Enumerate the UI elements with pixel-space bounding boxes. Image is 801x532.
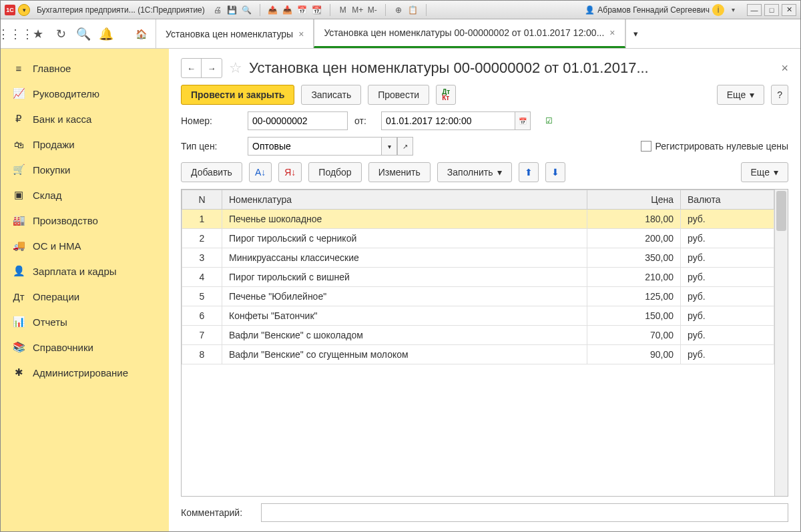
sidebar-item[interactable]: 📚Справочники: [1, 334, 169, 360]
cell-n: 5: [182, 287, 222, 306]
date-picker-icon[interactable]: 📅: [515, 111, 531, 130]
number-input[interactable]: [248, 111, 348, 130]
dropdown-icon[interactable]: ▾: [381, 137, 397, 156]
register-zero-checkbox[interactable]: Регистрировать нулевые цены: [641, 141, 788, 152]
table-more-button[interactable]: Еще ▾: [741, 162, 789, 182]
window-close[interactable]: ✕: [782, 4, 796, 16]
open-ref-icon[interactable]: ↗: [397, 137, 413, 156]
save-button[interactable]: Записать: [301, 85, 361, 105]
calc-mminus[interactable]: M-: [366, 4, 378, 16]
change-button[interactable]: Изменить: [368, 162, 431, 182]
add-row-button[interactable]: Добавить: [181, 162, 242, 182]
comment-input[interactable]: [261, 503, 788, 522]
history-icon[interactable]: ↻: [51, 25, 70, 43]
table-row[interactable]: 7Вафли "Венские" с шоколадом70,00руб.: [182, 326, 774, 345]
cell-currency: руб.: [681, 248, 774, 268]
window-maximize[interactable]: □: [764, 4, 779, 16]
info-icon[interactable]: i: [712, 4, 724, 16]
fill-button[interactable]: Заполнить ▾: [437, 162, 512, 182]
separator: [260, 4, 260, 16]
col-price[interactable]: Цена: [587, 190, 681, 210]
cell-currency: руб.: [681, 345, 774, 364]
save-icon[interactable]: 💾: [226, 4, 238, 16]
sidebar-item-label: Руководителю: [33, 88, 99, 99]
table-row[interactable]: 5Печенье "Юбилейное"125,00руб.: [182, 287, 774, 306]
col-n[interactable]: N: [182, 190, 222, 210]
post-button[interactable]: Провести: [368, 85, 429, 105]
table-row[interactable]: 4Пирог тирольский с вишней210,00руб.: [182, 268, 774, 287]
top-toolbar: ⋮⋮⋮ ★ ↻ 🔍 🔔 🏠 Установка цен номенклатуры…: [1, 19, 800, 49]
calc-mplus[interactable]: M+: [352, 4, 364, 16]
date-input[interactable]: [381, 111, 515, 130]
table-row[interactable]: 1Печенье шоколадное180,00руб.: [182, 210, 774, 229]
favorite-star-icon[interactable]: ☆: [229, 59, 242, 77]
table-scrollbar[interactable]: [774, 190, 788, 496]
sidebar-item-icon: 📊: [13, 316, 25, 328]
tab-label: Установка цен номенклатуры: [166, 29, 293, 39]
tab-home[interactable]: 🏠: [126, 19, 156, 48]
nav-forward-button[interactable]: →: [202, 59, 222, 77]
cell-n: 7: [182, 326, 222, 345]
tabs-dropdown[interactable]: ▾: [625, 19, 645, 48]
dtkt-button[interactable]: ДтКт: [436, 85, 456, 105]
more-button[interactable]: Еще ▾: [717, 85, 765, 105]
scrollbar-thumb[interactable]: [776, 191, 786, 231]
search-icon[interactable]: 🔍: [74, 25, 93, 43]
tool-icon-1[interactable]: 📤: [267, 4, 279, 16]
tab-close-icon[interactable]: ×: [298, 29, 304, 39]
sort-asc-button[interactable]: А↓: [249, 162, 272, 182]
col-name[interactable]: Номенклатура: [222, 190, 587, 210]
current-user[interactable]: 👤 Абрамов Геннадий Сергеевич: [585, 5, 710, 15]
table-row[interactable]: 2Пирог тирольский с черникой200,00руб.: [182, 229, 774, 248]
app-menu-dropdown[interactable]: ▾: [18, 4, 30, 16]
sidebar-item[interactable]: 👤Зарплата и кадры: [1, 258, 169, 284]
table-row[interactable]: 8Вафли "Венские" со сгущенным молоком90,…: [182, 345, 774, 364]
table-row[interactable]: 3Миникруассаны классические350,00руб.: [182, 248, 774, 268]
favorites-icon[interactable]: ★: [29, 25, 47, 43]
sidebar-item[interactable]: 🚚ОС и НМА: [1, 233, 169, 258]
move-down-button[interactable]: ⬇: [545, 162, 565, 182]
sidebar-item[interactable]: 📊Отчеты: [1, 309, 169, 334]
zoom-icon[interactable]: ⊕: [392, 4, 405, 16]
tool-icon-2[interactable]: 📥: [282, 4, 294, 16]
preview-icon[interactable]: 🔍: [241, 4, 253, 16]
tab-price-setting-list[interactable]: Установка цен номенклатуры ×: [156, 19, 314, 48]
sidebar-item[interactable]: ▣Склад: [1, 182, 169, 208]
sort-desc-button[interactable]: Я↓: [278, 162, 302, 182]
tab-price-setting-doc[interactable]: Установка цен номенклатуры 00-00000002 о…: [314, 19, 625, 48]
tab-close-icon[interactable]: ×: [609, 27, 615, 38]
print-icon[interactable]: 🖨: [212, 4, 224, 16]
sidebar-item-label: Операции: [33, 291, 79, 302]
window-minimize[interactable]: —: [747, 4, 762, 16]
date-icon[interactable]: 📆: [311, 4, 323, 16]
cell-price: 90,00: [587, 345, 681, 364]
sidebar-item[interactable]: 🛍Продажи: [1, 131, 169, 157]
sidebar-item-icon: 🚚: [13, 240, 25, 252]
calendar-icon[interactable]: 📅: [296, 4, 308, 16]
sidebar-item[interactable]: ДтОперации: [1, 284, 169, 309]
calc-m[interactable]: M: [337, 4, 349, 16]
info-dropdown[interactable]: ▾: [727, 4, 739, 16]
user-name: Абрамов Геннадий Сергеевич: [597, 5, 710, 15]
sidebar-item[interactable]: 📈Руководителю: [1, 81, 169, 106]
sidebar-item[interactable]: 🏭Производство: [1, 208, 169, 233]
document-close-icon[interactable]: ×: [781, 61, 788, 75]
col-currency[interactable]: Валюта: [681, 190, 774, 210]
notifications-icon[interactable]: 🔔: [97, 25, 115, 43]
help-button[interactable]: ?: [771, 85, 788, 105]
sidebar-item[interactable]: ₽Банк и касса: [1, 106, 169, 131]
apps-grid-icon[interactable]: ⋮⋮⋮: [6, 25, 25, 43]
sidebar-item[interactable]: 🛒Покупки: [1, 157, 169, 182]
sidebar-item[interactable]: ≡Главное: [1, 55, 169, 81]
move-up-button[interactable]: ⬆: [519, 162, 539, 182]
pick-button[interactable]: Подбор: [308, 162, 361, 182]
sidebar-item[interactable]: ✱Администрирование: [1, 360, 169, 385]
nav-back-button[interactable]: ←: [182, 59, 202, 77]
post-and-close-button[interactable]: Провести и закрыть: [181, 85, 294, 105]
pricetype-input[interactable]: [248, 137, 381, 156]
sidebar-item-label: Покупки: [33, 164, 70, 176]
sidebar-item-icon: 👤: [13, 265, 25, 277]
table-row[interactable]: 6Конфеты "Батончик"150,00руб.: [182, 306, 774, 326]
clipboard-icon[interactable]: 📋: [407, 4, 419, 16]
status-ok-icon[interactable]: ☑: [543, 115, 555, 127]
